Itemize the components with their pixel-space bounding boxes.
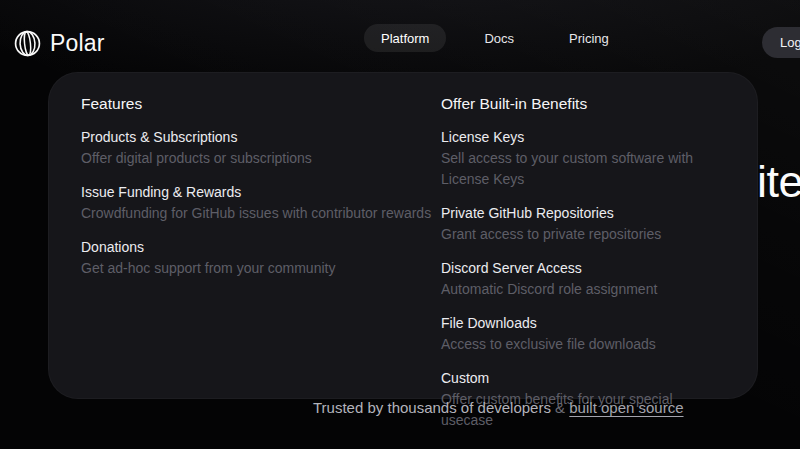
- top-navigation: Polar Platform Docs Pricing Log in: [0, 0, 800, 64]
- primary-nav: Platform Docs Pricing: [364, 24, 626, 52]
- nav-item-platform[interactable]: Platform: [364, 24, 446, 52]
- menu-item-title: Issue Funding & Rewards: [81, 182, 441, 203]
- menu-column-features: Features Products & Subscriptions Offer …: [81, 93, 441, 378]
- menu-item-title: File Downloads: [441, 313, 725, 334]
- menu-item-description: Offer digital products or subscriptions: [81, 148, 441, 169]
- open-source-link[interactable]: built open source: [569, 399, 683, 416]
- menu-item-license-keys[interactable]: License Keys Sell access to your custom …: [441, 127, 725, 190]
- menu-item-donations[interactable]: Donations Get ad-hoc support from your c…: [81, 237, 441, 279]
- menu-item-issue-funding-rewards[interactable]: Issue Funding & Rewards Crowdfunding for…: [81, 182, 441, 224]
- brand-logo[interactable]: Polar: [14, 30, 105, 57]
- menu-item-description: Crowdfunding for GitHub issues with cont…: [81, 203, 441, 224]
- menu-item-description: Automatic Discord role assignment: [441, 279, 725, 300]
- menu-item-file-downloads[interactable]: File Downloads Access to exclusive file …: [441, 313, 725, 355]
- login-button[interactable]: Log in: [762, 27, 800, 58]
- platform-mega-menu: Features Products & Subscriptions Offer …: [48, 72, 758, 399]
- polar-logo-icon: [14, 30, 41, 57]
- menu-item-description: Grant access to private repositories: [441, 224, 725, 245]
- hero-headline-fragment: ite: [757, 156, 800, 208]
- menu-item-title: Donations: [81, 237, 441, 258]
- menu-item-title: Custom: [441, 368, 725, 389]
- menu-heading-features: Features: [81, 93, 441, 114]
- menu-item-description: Sell access to your custom software with…: [441, 148, 725, 190]
- menu-item-products-subscriptions[interactable]: Products & Subscriptions Offer digital p…: [81, 127, 441, 169]
- menu-heading-benefits: Offer Built-in Benefits: [441, 93, 725, 114]
- menu-item-description: Access to exclusive file downloads: [441, 334, 725, 355]
- nav-item-docs[interactable]: Docs: [467, 24, 531, 52]
- trust-line: Trusted by thousands of developers & bui…: [313, 399, 684, 416]
- trust-text: Trusted by thousands of developers: [313, 399, 551, 416]
- menu-item-discord-server-access[interactable]: Discord Server Access Automatic Discord …: [441, 258, 725, 300]
- menu-item-title: Products & Subscriptions: [81, 127, 441, 148]
- brand-name: Polar: [50, 30, 105, 57]
- menu-column-benefits: Offer Built-in Benefits License Keys Sel…: [441, 93, 725, 378]
- trust-separator: &: [555, 399, 565, 416]
- menu-item-title: Private GitHub Repositories: [441, 203, 725, 224]
- menu-item-private-github-repositories[interactable]: Private GitHub Repositories Grant access…: [441, 203, 725, 245]
- menu-item-title: Discord Server Access: [441, 258, 725, 279]
- nav-item-pricing[interactable]: Pricing: [552, 24, 626, 52]
- menu-item-title: License Keys: [441, 127, 725, 148]
- menu-item-description: Get ad-hoc support from your community: [81, 258, 441, 279]
